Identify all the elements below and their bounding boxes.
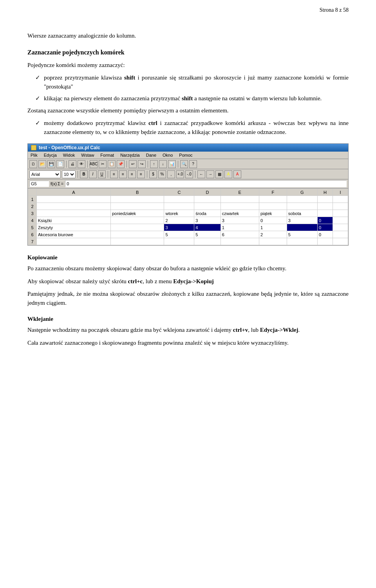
font-select[interactable]: Arial <box>29 170 61 178</box>
cell-I4[interactable] <box>333 217 348 224</box>
cell-H7[interactable] <box>317 238 333 245</box>
tb-dec-inc[interactable]: +.0 <box>176 170 184 178</box>
menu-narzedzia[interactable]: Narzędzia <box>119 152 141 158</box>
cell-A1[interactable] <box>37 196 111 203</box>
cell-B3[interactable]: poniedziałek <box>110 210 164 217</box>
tb-bg-color[interactable]: A <box>224 170 232 178</box>
tb-comma[interactable]: , <box>167 170 175 178</box>
tb-indent-inc[interactable]: → <box>206 170 214 178</box>
tb-align-right[interactable]: ≡ <box>128 170 136 178</box>
tb-paste[interactable]: 📌 <box>117 160 125 168</box>
cell-G3[interactable]: sobota <box>287 210 317 217</box>
cell-A5[interactable]: Zeszyty <box>37 224 111 231</box>
cell-E6[interactable]: 6 <box>221 231 259 238</box>
cell-H5[interactable]: 0 <box>317 224 333 231</box>
tb-border[interactable]: ▦ <box>215 170 223 178</box>
tb-chart[interactable]: 📊 <box>168 160 176 168</box>
cell-C2[interactable] <box>164 203 194 210</box>
cell-F6[interactable]: 2 <box>259 231 287 238</box>
cell-E3[interactable]: czwartek <box>221 210 259 217</box>
cell-D3[interactable]: środa <box>194 210 221 217</box>
tb-print2[interactable]: 👁 <box>78 160 85 168</box>
menu-edycja[interactable]: Edycja <box>43 152 58 158</box>
tb-sort-desc[interactable]: ↓ <box>159 160 167 168</box>
tb-align-justify[interactable]: ≡ <box>137 170 145 178</box>
cell-D5[interactable]: 4 <box>194 224 221 231</box>
cell-G6[interactable]: 5 <box>287 231 317 238</box>
tb-help[interactable]: ? <box>189 160 197 168</box>
font-size-select[interactable]: 10 <box>62 170 76 178</box>
cell-F4[interactable]: 0 <box>259 217 287 224</box>
cell-E4[interactable]: 3 <box>221 217 259 224</box>
tb-undo[interactable]: ↩ <box>129 160 137 168</box>
tb-align-left[interactable]: ≡ <box>110 170 118 178</box>
cell-A3[interactable] <box>37 210 111 217</box>
cell-D4[interactable]: 3 <box>194 217 221 224</box>
cell-H2[interactable] <box>317 203 333 210</box>
cell-F2[interactable] <box>259 203 287 210</box>
cell-F7[interactable] <box>259 238 287 245</box>
cell-A2[interactable] <box>37 203 111 210</box>
cell-D6[interactable]: 5 <box>194 231 221 238</box>
cell-G1[interactable] <box>287 196 317 203</box>
cell-C3[interactable]: wtorek <box>164 210 194 217</box>
menu-format[interactable]: Format <box>99 152 115 158</box>
cell-C6[interactable]: 5 <box>164 231 194 238</box>
cell-G2[interactable] <box>287 203 317 210</box>
tb-zoom[interactable]: 🔍 <box>180 160 188 168</box>
cell-I2[interactable] <box>333 203 348 210</box>
cell-C4[interactable]: 2 <box>164 217 194 224</box>
cell-A4[interactable]: Książki <box>37 217 111 224</box>
tb-copy[interactable]: 📋 <box>108 160 116 168</box>
tb-align-center[interactable]: ≡ <box>119 170 127 178</box>
tb-save[interactable]: 💾 <box>47 160 55 168</box>
cell-A7[interactable] <box>37 238 111 245</box>
cell-H4[interactable]: 0 <box>317 217 333 224</box>
menu-plik[interactable]: Plik <box>29 152 39 158</box>
cell-B7[interactable] <box>110 238 164 245</box>
cell-E5[interactable]: 1 <box>221 224 259 231</box>
cell-B5[interactable] <box>110 224 164 231</box>
tb-print[interactable]: 🖨 <box>69 160 76 168</box>
cell-F5[interactable]: 1 <box>259 224 287 231</box>
tb-cut[interactable]: ✂ <box>99 160 107 168</box>
cell-E1[interactable] <box>221 196 259 203</box>
tb-font-color[interactable]: A <box>233 170 241 178</box>
cell-I1[interactable] <box>333 196 348 203</box>
cell-C5[interactable]: 3 <box>164 224 194 231</box>
cell-I6[interactable] <box>333 231 348 238</box>
cell-E2[interactable] <box>221 203 259 210</box>
cell-H3[interactable] <box>317 210 333 217</box>
name-box[interactable] <box>29 181 49 187</box>
cell-D2[interactable] <box>194 203 221 210</box>
tb-save2[interactable]: 📄 <box>56 160 64 168</box>
tb-open[interactable]: 📂 <box>38 160 46 168</box>
menu-okno[interactable]: Okno <box>161 152 174 158</box>
tb-currency[interactable]: $ <box>149 170 157 178</box>
menu-dane[interactable]: Dane <box>145 152 157 158</box>
cell-A6[interactable]: Akcesoria biurowe <box>37 231 111 238</box>
tb-bold[interactable]: B <box>80 170 88 178</box>
menu-widok[interactable]: Widok <box>62 152 76 158</box>
tb-indent-dec[interactable]: ← <box>197 170 205 178</box>
tb-dec-dec[interactable]: -.0 <box>185 170 193 178</box>
menu-pomoc[interactable]: Pomoc <box>178 152 193 158</box>
formula-fx[interactable]: f(x) <box>51 181 57 186</box>
tb-spell[interactable]: ABC <box>90 160 98 168</box>
cell-F1[interactable] <box>259 196 287 203</box>
cell-C7[interactable] <box>164 238 194 245</box>
cell-I5[interactable] <box>333 224 348 231</box>
cell-B1[interactable] <box>110 196 164 203</box>
tb-new[interactable]: 🗋 <box>29 160 37 168</box>
cell-H6[interactable]: 0 <box>317 231 333 238</box>
tb-italic[interactable]: I <box>89 170 97 178</box>
cell-D7[interactable] <box>194 238 221 245</box>
cell-I3[interactable] <box>333 210 348 217</box>
formula-input[interactable] <box>65 180 347 187</box>
cell-B6[interactable] <box>110 231 164 238</box>
cell-B4[interactable] <box>110 217 164 224</box>
cell-I7[interactable] <box>333 238 348 245</box>
cell-G5[interactable] <box>287 224 317 231</box>
cell-G7[interactable] <box>287 238 317 245</box>
cell-G4[interactable]: 3 <box>287 217 317 224</box>
